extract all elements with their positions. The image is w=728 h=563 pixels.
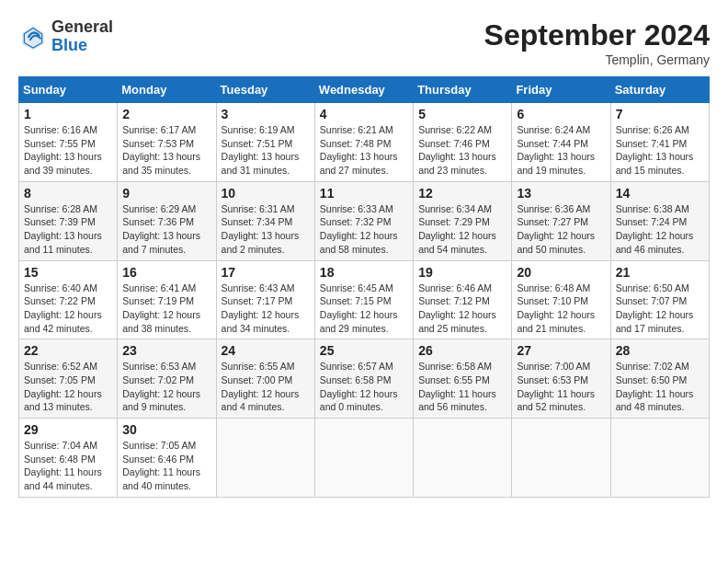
calendar-cell: 9Sunrise: 6:29 AM Sunset: 7:36 PM Daylig…: [118, 181, 216, 260]
calendar-body: 1Sunrise: 6:16 AM Sunset: 7:55 PM Daylig…: [19, 103, 710, 498]
day-info: Sunrise: 6:50 AM Sunset: 7:07 PM Dayligh…: [616, 282, 704, 336]
day-number: 25: [320, 343, 408, 358]
day-number: 15: [24, 265, 112, 280]
day-number: 13: [517, 186, 605, 201]
calendar-cell: 25Sunrise: 6:57 AM Sunset: 6:58 PM Dayli…: [314, 339, 413, 419]
weekday-monday: Monday: [118, 77, 216, 103]
calendar-cell: 28Sunrise: 7:02 AM Sunset: 6:50 PM Dayli…: [610, 339, 709, 419]
calendar-cell: 22Sunrise: 6:52 AM Sunset: 7:05 PM Dayli…: [19, 339, 118, 419]
calendar-cell: 3Sunrise: 6:19 AM Sunset: 7:51 PM Daylig…: [216, 103, 314, 182]
month-title: September 2024: [484, 18, 710, 52]
day-info: Sunrise: 6:21 AM Sunset: 7:48 PM Dayligh…: [320, 123, 408, 178]
day-info: Sunrise: 6:16 AM Sunset: 7:55 PM Dayligh…: [24, 123, 112, 178]
week-row-4: 22Sunrise: 6:52 AM Sunset: 7:05 PM Dayli…: [19, 339, 710, 419]
weekday-sunday: Sunday: [19, 77, 118, 103]
calendar-table: SundayMondayTuesdayWednesdayThursdayFrid…: [18, 76, 710, 498]
day-info: Sunrise: 6:52 AM Sunset: 7:05 PM Dayligh…: [24, 360, 112, 414]
week-row-5: 29Sunrise: 7:04 AM Sunset: 6:48 PM Dayli…: [19, 419, 710, 498]
logo: General Blue: [18, 18, 113, 55]
calendar-cell: [216, 419, 314, 498]
calendar-cell: [414, 419, 512, 498]
logo-text: General Blue: [51, 18, 113, 55]
day-number: 11: [320, 186, 408, 201]
calendar-cell: 10Sunrise: 6:31 AM Sunset: 7:34 PM Dayli…: [216, 181, 314, 260]
week-row-1: 1Sunrise: 6:16 AM Sunset: 7:55 PM Daylig…: [19, 103, 710, 182]
calendar-cell: 26Sunrise: 6:58 AM Sunset: 6:55 PM Dayli…: [414, 339, 512, 419]
day-number: 12: [418, 186, 506, 201]
day-info: Sunrise: 6:24 AM Sunset: 7:44 PM Dayligh…: [517, 123, 605, 178]
day-info: Sunrise: 6:38 AM Sunset: 7:24 PM Dayligh…: [616, 202, 704, 257]
day-info: Sunrise: 7:02 AM Sunset: 6:50 PM Dayligh…: [616, 360, 704, 414]
day-info: Sunrise: 6:17 AM Sunset: 7:53 PM Dayligh…: [122, 123, 210, 178]
day-info: Sunrise: 6:40 AM Sunset: 7:22 PM Dayligh…: [24, 282, 112, 336]
day-number: 7: [616, 107, 704, 121]
calendar-cell: 17Sunrise: 6:43 AM Sunset: 7:17 PM Dayli…: [216, 260, 314, 339]
day-number: 18: [320, 265, 408, 280]
title-area: September 2024 Templin, Germany: [484, 18, 710, 67]
day-info: Sunrise: 6:19 AM Sunset: 7:51 PM Dayligh…: [222, 123, 310, 178]
weekday-saturday: Saturday: [610, 77, 709, 103]
day-info: Sunrise: 6:31 AM Sunset: 7:34 PM Dayligh…: [222, 202, 310, 257]
weekday-thursday: Thursday: [414, 77, 512, 103]
logo-blue: Blue: [51, 36, 87, 54]
day-info: Sunrise: 6:34 AM Sunset: 7:29 PM Dayligh…: [418, 202, 506, 257]
calendar-cell: [610, 419, 709, 498]
day-info: Sunrise: 6:22 AM Sunset: 7:46 PM Dayligh…: [418, 123, 506, 178]
day-info: Sunrise: 6:48 AM Sunset: 7:10 PM Dayligh…: [517, 282, 605, 336]
weekday-header-row: SundayMondayTuesdayWednesdayThursdayFrid…: [19, 77, 710, 103]
day-number: 29: [24, 422, 112, 437]
day-number: 5: [418, 107, 506, 121]
calendar-cell: 12Sunrise: 6:34 AM Sunset: 7:29 PM Dayli…: [414, 181, 512, 260]
calendar-cell: 21Sunrise: 6:50 AM Sunset: 7:07 PM Dayli…: [610, 260, 709, 339]
day-number: 28: [616, 343, 704, 358]
day-number: 26: [418, 343, 506, 358]
day-number: 22: [24, 343, 112, 358]
day-info: Sunrise: 6:58 AM Sunset: 6:55 PM Dayligh…: [418, 360, 506, 414]
day-number: 6: [517, 107, 605, 121]
calendar-cell: 4Sunrise: 6:21 AM Sunset: 7:48 PM Daylig…: [314, 103, 413, 182]
day-number: 1: [24, 107, 112, 121]
day-number: 24: [222, 343, 310, 358]
day-info: Sunrise: 7:00 AM Sunset: 6:53 PM Dayligh…: [517, 360, 605, 414]
calendar-cell: 27Sunrise: 7:00 AM Sunset: 6:53 PM Dayli…: [512, 339, 610, 419]
week-row-3: 15Sunrise: 6:40 AM Sunset: 7:22 PM Dayli…: [19, 260, 710, 339]
day-number: 3: [222, 107, 310, 121]
calendar-cell: 16Sunrise: 6:41 AM Sunset: 7:19 PM Dayli…: [118, 260, 216, 339]
day-info: Sunrise: 6:55 AM Sunset: 7:00 PM Dayligh…: [222, 360, 310, 414]
logo-icon: [18, 22, 48, 52]
calendar-cell: [512, 419, 610, 498]
logo-general: General: [51, 17, 113, 36]
day-info: Sunrise: 6:33 AM Sunset: 7:32 PM Dayligh…: [320, 202, 408, 257]
day-number: 20: [517, 265, 605, 280]
day-number: 14: [616, 186, 704, 201]
day-number: 17: [222, 265, 310, 280]
day-number: 16: [122, 265, 210, 280]
day-number: 21: [616, 265, 704, 280]
calendar-cell: 7Sunrise: 6:26 AM Sunset: 7:41 PM Daylig…: [610, 103, 709, 182]
weekday-wednesday: Wednesday: [314, 77, 413, 103]
calendar-cell: 15Sunrise: 6:40 AM Sunset: 7:22 PM Dayli…: [19, 260, 118, 339]
calendar-cell: 6Sunrise: 6:24 AM Sunset: 7:44 PM Daylig…: [512, 103, 610, 182]
calendar-cell: 5Sunrise: 6:22 AM Sunset: 7:46 PM Daylig…: [414, 103, 512, 182]
calendar-cell: 23Sunrise: 6:53 AM Sunset: 7:02 PM Dayli…: [118, 339, 216, 419]
day-info: Sunrise: 6:26 AM Sunset: 7:41 PM Dayligh…: [616, 123, 704, 178]
day-number: 4: [320, 107, 408, 121]
calendar-cell: 8Sunrise: 6:28 AM Sunset: 7:39 PM Daylig…: [19, 181, 118, 260]
day-number: 8: [24, 186, 112, 201]
calendar-cell: [314, 419, 413, 498]
weekday-tuesday: Tuesday: [216, 77, 314, 103]
day-number: 19: [418, 265, 506, 280]
day-number: 10: [222, 186, 310, 201]
day-info: Sunrise: 6:57 AM Sunset: 6:58 PM Dayligh…: [320, 360, 408, 414]
calendar-header: General Blue September 2024 Templin, Ger…: [18, 18, 710, 67]
day-info: Sunrise: 6:43 AM Sunset: 7:17 PM Dayligh…: [222, 282, 310, 336]
day-info: Sunrise: 7:04 AM Sunset: 6:48 PM Dayligh…: [24, 439, 112, 493]
day-info: Sunrise: 6:53 AM Sunset: 7:02 PM Dayligh…: [122, 360, 210, 414]
day-number: 9: [122, 186, 210, 201]
day-info: Sunrise: 6:41 AM Sunset: 7:19 PM Dayligh…: [122, 282, 210, 336]
day-info: Sunrise: 7:05 AM Sunset: 6:46 PM Dayligh…: [122, 439, 210, 493]
calendar-cell: 20Sunrise: 6:48 AM Sunset: 7:10 PM Dayli…: [512, 260, 610, 339]
calendar-cell: 19Sunrise: 6:46 AM Sunset: 7:12 PM Dayli…: [414, 260, 512, 339]
day-info: Sunrise: 6:29 AM Sunset: 7:36 PM Dayligh…: [122, 202, 210, 257]
day-info: Sunrise: 6:36 AM Sunset: 7:27 PM Dayligh…: [517, 202, 605, 257]
